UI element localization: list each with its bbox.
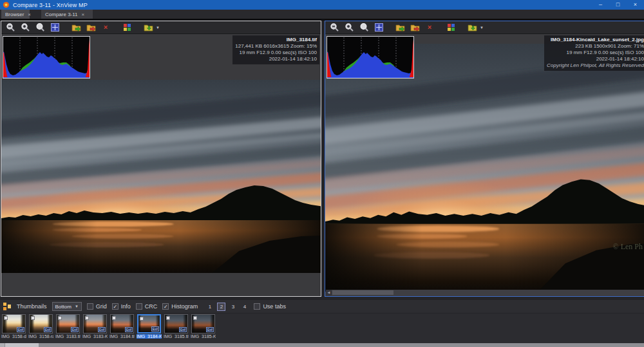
- thumbnail-item-selected[interactable]: Exif IMG_3184-Kin...: [137, 314, 162, 343]
- right-horizontal-scrollbar[interactable]: ◀: [326, 290, 644, 295]
- scroll-left-arrow-icon[interactable]: ◀: [326, 290, 332, 295]
- thumbnail-image[interactable]: Exif: [29, 314, 53, 333]
- folder-red-arrow-icon: [86, 23, 96, 32]
- bottom-horizontal-scrollbar[interactable]: [0, 343, 644, 347]
- zoom-actual-button[interactable]: [358, 22, 370, 33]
- right-pane-content[interactable]: © Len Ph IMG_3184-Kincaid_Lake_sunset_2.…: [325, 35, 644, 296]
- folder-green-arrow-icon: [71, 23, 81, 32]
- compare-controls-bar: Thumbnails Bottom ▼ Grid ✓ Info CRC ✓ Hi…: [0, 300, 644, 313]
- crc-checkbox-box[interactable]: [136, 303, 142, 310]
- thumbnail-checkbox[interactable]: [193, 316, 197, 320]
- channels-button[interactable]: [445, 22, 457, 33]
- thumbnail-position-dropdown[interactable]: Bottom ▼: [52, 302, 82, 311]
- pane-count-2-button[interactable]: 2: [217, 303, 225, 311]
- thumbnail-position-icon: [3, 302, 12, 311]
- browse-folder-caret-icon[interactable]: ▼: [480, 26, 484, 30]
- zoom-actual-button[interactable]: [34, 22, 46, 33]
- histogram-checkbox[interactable]: ✓ Histogram: [162, 303, 198, 310]
- right-photo[interactable]: © Len Ph: [325, 44, 644, 292]
- pane-count-3-button[interactable]: 3: [229, 303, 237, 311]
- right-filename: IMG_3184-Kincaid_Lake_sunset_2.jpg: [547, 37, 644, 43]
- thumbnail-image[interactable]: Exif: [191, 314, 215, 333]
- histogram-checkbox-box[interactable]: ✓: [162, 303, 169, 310]
- move-to-folder-button[interactable]: [409, 22, 421, 33]
- thumbnail-checkbox[interactable]: [166, 316, 170, 320]
- left-info-overlay: IMG_3184.tif 127,441 KB 6016x3615 Zoom: …: [232, 35, 319, 64]
- scroll-arrow-button[interactable]: [0, 343, 5, 347]
- thumbnail-item[interactable]: Exif IMG_3183-Kin...: [82, 314, 108, 343]
- fit-screen-button[interactable]: [49, 22, 61, 33]
- thumbnail-checkbox[interactable]: [58, 316, 62, 320]
- compare-pane-left: × ▼ IMG_3184.tif 127,441 KB 6016x3615 Zo…: [1, 21, 321, 297]
- browse-folder-button[interactable]: [466, 22, 478, 33]
- right-info-exif: 19 mm F12.9 0.00 sec(s) ISO 100: [547, 50, 644, 56]
- thumbnail-item[interactable]: Exif IMG_3185-Kin...: [191, 314, 216, 343]
- close-button[interactable]: ×: [627, 0, 644, 10]
- tab-bar: Browser × Compare 3-11 ×: [0, 10, 644, 19]
- crc-checkbox[interactable]: CRC: [136, 303, 158, 310]
- thumbnail-image[interactable]: Exif: [164, 314, 188, 333]
- thumbnail-checkbox[interactable]: [85, 316, 89, 320]
- minimize-button[interactable]: –: [592, 0, 609, 10]
- grid-checkbox[interactable]: Grid: [87, 303, 107, 310]
- xnview-app-icon: [3, 1, 10, 8]
- browse-folder-button[interactable]: [142, 22, 154, 33]
- thumbnail-image[interactable]: Exif: [83, 314, 107, 333]
- browse-folder-caret-icon[interactable]: ▼: [156, 26, 160, 30]
- scrollbar-thumb[interactable]: [332, 290, 393, 295]
- tab-browser-label: Browser: [5, 12, 24, 17]
- delete-button[interactable]: ×: [100, 22, 111, 33]
- maximize-button[interactable]: □: [609, 0, 627, 10]
- tab-browser-close-icon[interactable]: ×: [28, 12, 31, 17]
- pane-count-1-button[interactable]: 1: [205, 303, 214, 311]
- thumbnail-item[interactable]: Exif IMG_3158-da...: [1, 314, 26, 343]
- thumbnail-image[interactable]: Exif: [110, 314, 134, 333]
- thumbnail-checkbox[interactable]: [140, 317, 144, 321]
- crc-checkbox-label: CRC: [145, 303, 158, 310]
- magnifier-plus-icon: [21, 23, 30, 32]
- delete-button[interactable]: ×: [424, 22, 435, 33]
- fit-grid-icon: [50, 23, 60, 32]
- left-photo[interactable]: [1, 80, 321, 273]
- thumbnail-image[interactable]: Exif: [56, 314, 80, 333]
- tab-browser[interactable]: Browser ×: [1, 10, 30, 19]
- fit-screen-button[interactable]: [373, 22, 384, 33]
- zoom-in-button[interactable]: [19, 22, 31, 33]
- thumbnail-image[interactable]: Exif: [2, 314, 26, 333]
- histogram-checkbox-label: Histogram: [171, 303, 198, 310]
- thumbnail-image[interactable]: Exif: [137, 314, 161, 333]
- thumbnail-item[interactable]: Exif IMG_3158-ra...: [28, 314, 53, 343]
- info-checkbox[interactable]: ✓ Info: [112, 303, 131, 310]
- thumbnail-item[interactable]: Exif IMG_3184.tif: [109, 314, 135, 343]
- left-pane-content[interactable]: IMG_3184.tif 127,441 KB 6016x3615 Zoom: …: [1, 35, 321, 296]
- pane-count-4-button[interactable]: 4: [240, 303, 249, 311]
- thumbnail-item[interactable]: Exif IMG_3183.tif: [55, 314, 80, 343]
- use-tabs-checkbox[interactable]: Use tabs: [254, 303, 286, 310]
- exif-badge: Exif: [179, 327, 187, 332]
- zoom-out-button[interactable]: [328, 22, 340, 33]
- info-checkbox-box[interactable]: ✓: [112, 303, 118, 310]
- use-tabs-checkbox-box[interactable]: [254, 303, 260, 310]
- copy-to-folder-button[interactable]: [70, 22, 82, 33]
- sunset-photo: [1, 80, 321, 273]
- magnifier-minus-icon: [6, 23, 15, 32]
- zoom-in-button[interactable]: [343, 22, 355, 33]
- title-bar: Compare 3-11 - XnView MP – □ ×: [0, 0, 644, 10]
- move-to-folder-button[interactable]: [85, 22, 97, 33]
- thumbnail-checkbox[interactable]: [31, 316, 35, 320]
- thumbnail-checkbox[interactable]: [4, 316, 8, 320]
- tab-compare[interactable]: Compare 3-11 ×: [41, 10, 93, 19]
- zoom-out-button[interactable]: [5, 22, 16, 33]
- magnifier-icon: [35, 23, 45, 32]
- thumbnail-checkbox[interactable]: [112, 316, 116, 320]
- tab-compare-close-icon[interactable]: ×: [82, 12, 85, 17]
- rgb-histogram: [327, 36, 414, 79]
- chevron-down-icon: ▼: [75, 305, 79, 308]
- delete-x-icon: ×: [428, 24, 431, 31]
- copy-to-folder-button[interactable]: [394, 22, 406, 33]
- grid-checkbox-box[interactable]: [87, 303, 93, 310]
- left-filename: IMG_3184.tif: [235, 37, 317, 43]
- channels-button[interactable]: [121, 22, 133, 33]
- thumbnail-item[interactable]: Exif IMG_3185.tif: [164, 314, 189, 343]
- scrollbar-thumb[interactable]: [5, 343, 39, 347]
